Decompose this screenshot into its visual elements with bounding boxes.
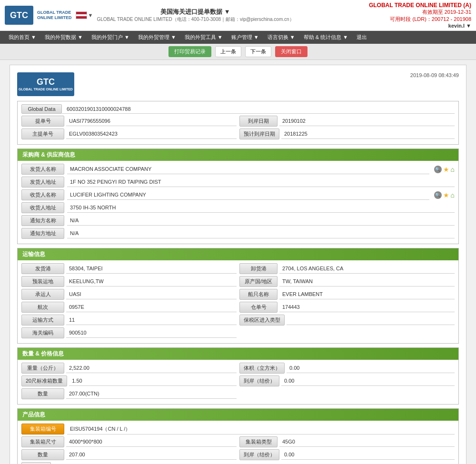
volume-value: 0.00 (287, 364, 455, 373)
master-bill-field: 主提单号 EGLV003803542423 (21, 128, 237, 139)
product-desc-section: 产品描述 LIGHT FIXTURE (21, 462, 455, 464)
print-button-top[interactable]: 打印贸易记录 (169, 46, 211, 57)
loading-row: 预装运地 KEELUNG,TW 原产国/地区 TW, TAIWAN (21, 276, 455, 287)
master-bill-label: 主提单号 (21, 128, 64, 139)
nav-trade-data[interactable]: 我的外贸数据 ▼ (41, 31, 87, 44)
us-flag (76, 11, 87, 19)
loading-label: 预装运地 (21, 276, 64, 287)
transport-mode-row: 运输方式 11 保税区进入类型 (21, 315, 455, 326)
vessel-field: 船只名称 EVER LAMBENT (239, 289, 455, 300)
transport-header: 运输信息 (18, 248, 458, 260)
notify-addr-value: N/A (67, 229, 455, 238)
weight-field: 重量（公斤） 2,522.00 (21, 363, 237, 374)
est-arrival-field: 预计到岸日期 20181225 (239, 128, 455, 139)
product-header: 产品信息 (18, 409, 458, 421)
prev-button-top[interactable]: 上一条 (215, 46, 241, 57)
dest-port-label: 卸货港 (239, 263, 278, 274)
nav-home[interactable]: 我的首页 ▼ (5, 31, 40, 44)
vessel-value: EVER LAMBENT (279, 290, 455, 299)
port-row: 发货港 58304, TAIPEI 卸货港 2704, LOS ANGELES,… (21, 263, 455, 274)
notify-addr-row: 通知方地址 N/A (21, 228, 455, 239)
arrival-price-value: 0.00 (281, 450, 455, 460)
available-time: 可用时段 (LDR)：200712 - 201908 (369, 16, 471, 23)
shipper-addr-value: 1F NO 352 PENGYI RD TAIPING DIST (67, 178, 455, 187)
container-size-value: 4000*900*800 (66, 437, 237, 447)
nav-logout[interactable]: 退出 (353, 31, 371, 44)
user-info[interactable]: kevin.l ▼ (369, 23, 471, 29)
arrival-date-label: 到岸日期 (239, 116, 278, 127)
nav-trade-portal[interactable]: 我的外贸门户 ▼ (88, 31, 133, 44)
voyage-row: 航次 0957E 仓单号 174443 (21, 302, 455, 313)
container20-field: 20尺标准箱数量 1.50 (21, 375, 237, 386)
supplier-header: 采购商 & 供应商信息 (18, 149, 458, 161)
origin-port-value: 58304, TAIPEI (66, 264, 237, 274)
arrival-date-field: 到岸日期 20190102 (239, 116, 455, 127)
master-bill-row: 主提单号 EGLV003803542423 预计到岸日期 20181225 (21, 128, 455, 139)
consignee-addr-row: 收货人地址 3750 IH-35 NORTH (21, 202, 455, 213)
transport-mode-label: 运输方式 (21, 315, 64, 326)
nav-account[interactable]: 账户管理 ▼ (228, 31, 263, 44)
weight-row: 重量（公斤） 2,522.00 体积（立方米） 0.00 (21, 363, 455, 374)
doc-logo: GTC GLOBAL TRADE ONLINE LIMITED (17, 72, 74, 96)
customs-field: 海关编码 900510 (21, 327, 237, 338)
bill-number-value: UASI7796555096 (66, 117, 237, 126)
nav-trade-tools[interactable]: 我的外贸工具 ▼ (181, 31, 227, 44)
bonded-value (287, 316, 455, 325)
quantity-section: 数量 & 价格信息 重量（公斤） 2,522.00 体积（立方米） 0.00 2… (17, 347, 459, 405)
bonded-label: 保税区进入类型 (239, 315, 285, 326)
container20-label: 20尺标准箱数量 (21, 375, 67, 386)
arrival-price-label: 到岸（结价） (239, 449, 279, 460)
shipper-home-icon[interactable]: ⌂ (451, 166, 455, 173)
nav-trade-mgmt[interactable]: 我的外贸管理 ▼ (134, 31, 180, 44)
loading-field: 预装运地 KEELUNG,TW (21, 276, 237, 287)
doc-header: GTC GLOBAL TRADE ONLINE LIMITED 2019-08-… (17, 72, 459, 96)
consignee-search-icon[interactable]: 🔍 (434, 191, 442, 199)
unit-price-label: 到岸（结价） (239, 375, 279, 386)
unit-price-field: 到岸（结价） 0.00 (239, 375, 455, 386)
container-no-row: 集装箱编号 EISU5704194（CN / L /） (21, 424, 455, 434)
product-qty-value: 207.00 (66, 450, 237, 460)
container-size-label: 集装箱尺寸 (21, 436, 64, 447)
consignee-addr-label: 收货人地址 (21, 202, 64, 213)
flag-arrow[interactable]: ▼ (88, 12, 93, 18)
page-title[interactable]: 美国海关进口提单数据 ▼ (160, 8, 230, 15)
top-info-section: Global Data 6003201901310000024788 提单号 U… (17, 101, 459, 145)
container-size-row: 集装箱尺寸 4000*900*800 集装箱类型 45G0 (21, 436, 455, 447)
supplier-body: 发货人名称 MACRON ASSOCIATE COMPANY 🔍 ★ ⌂ 发货人… (18, 161, 458, 244)
weight-value: 2,522.00 (66, 364, 237, 373)
origin-port-label: 发货港 (21, 263, 64, 274)
nav-language[interactable]: 语言切换 ▼ (264, 31, 299, 44)
bill-number-label: 提单号 (21, 116, 64, 127)
consignee-icons: 🔍 ★ ⌂ (434, 191, 455, 199)
warehouse-field: 仓单号 174443 (239, 302, 455, 313)
container-no-label: 集装箱编号 (21, 424, 64, 434)
customs-value: 900510 (66, 328, 237, 338)
logo-subtitle: GLOBAL TRADEONLINE LIMITED (37, 10, 72, 20)
shipper-star-icon[interactable]: ★ (443, 166, 449, 173)
voyage-label: 航次 (21, 302, 64, 313)
shipper-search-icon[interactable]: 🔍 (434, 166, 442, 173)
qty-label: 数量 (21, 388, 64, 399)
close-button-top[interactable]: 关闭窗口 (275, 46, 307, 57)
company-name: GLOBAL TRADE ONLINE LIMITED（电话：400-710-3… (97, 17, 294, 22)
origin-port-field: 发货港 58304, TAIPEI (21, 263, 237, 274)
bill-number-field: 提单号 UASI7796555096 (21, 116, 237, 127)
qty-row: 数量 207.00(CTN) (21, 388, 455, 399)
consignee-addr-value: 3750 IH-35 NORTH (67, 203, 455, 213)
doc-datetime: 2019-08-09 08:43:49 (410, 72, 459, 78)
container-size-field: 集装箱尺寸 4000*900*800 (21, 436, 237, 447)
next-button-top[interactable]: 下一条 (245, 46, 271, 57)
product-qty-label: 数量 (21, 449, 64, 460)
master-bill-value: EGLV003803542423 (66, 129, 237, 139)
top-toolbar: 打印贸易记录 上一条 下一条 关闭窗口 (0, 44, 476, 60)
shipper-name-label: 发货人名称 (21, 164, 64, 175)
qty-value: 207.00(CTN) (66, 389, 237, 399)
consignee-star-icon[interactable]: ★ (443, 191, 449, 199)
nav-help[interactable]: 帮助 & 统计信息 ▼ (300, 31, 352, 44)
consignee-home-icon[interactable]: ⌂ (451, 191, 455, 199)
global-data-value: 6003201901310000024788 (62, 105, 455, 114)
shipper-addr-label: 发货人地址 (21, 177, 64, 188)
gtc-logo: GTC (5, 6, 33, 25)
volume-field: 体积（立方米） 0.00 (239, 363, 455, 374)
shipper-name-value: MACRON ASSOCIATE COMPANY (67, 165, 429, 174)
